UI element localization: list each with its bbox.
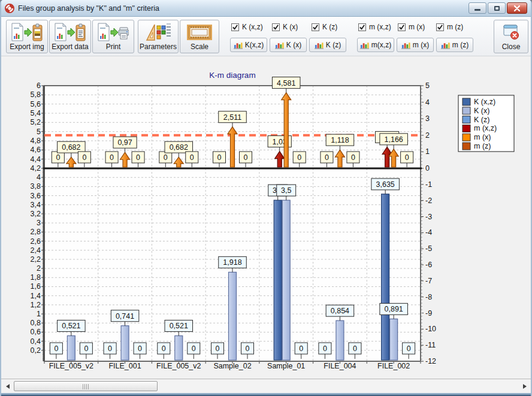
app-icon <box>5 4 14 13</box>
title-bar: Files group analysis by "K" and "m" crit… <box>1 0 531 17</box>
toolbar: Export img Export data <box>1 17 531 56</box>
checkbox-k-x[interactable]: K (x) <box>272 23 298 31</box>
svg-text:K (x,z): K (x,z) <box>474 98 495 106</box>
button-label: K (z) <box>326 41 341 49</box>
scroll-right-icon <box>523 384 527 389</box>
svg-text:0,521: 0,521 <box>170 322 188 330</box>
export-data-icon <box>55 22 86 43</box>
export-img-button[interactable]: Export img <box>6 20 48 53</box>
checkbox-label: m (x) <box>409 23 425 31</box>
svg-text:m (z): m (z) <box>474 142 491 150</box>
scroll-left-button[interactable] <box>2 381 13 391</box>
checkbox-label: m (z) <box>447 23 463 31</box>
svg-text:0: 0 <box>299 344 303 353</box>
export-data-button[interactable]: Export data <box>49 20 91 53</box>
scale-label: Scale <box>191 43 208 51</box>
button-m-z[interactable]: m (z) <box>436 38 473 52</box>
svg-text:0,741: 0,741 <box>116 312 134 321</box>
svg-text:0,2: 0,2 <box>31 346 41 355</box>
svg-text:-5: -5 <box>425 244 432 253</box>
maximize-button[interactable] <box>488 2 506 14</box>
svg-text:0,6: 0,6 <box>31 328 41 336</box>
svg-text:3,8: 3,8 <box>31 182 41 191</box>
close-window-button[interactable] <box>507 2 527 14</box>
horizontal-scrollbar[interactable] <box>1 379 531 393</box>
svg-text:3,2: 3,2 <box>31 210 41 218</box>
minimize-icon <box>474 9 480 11</box>
svg-text:1: 1 <box>37 310 41 318</box>
checkbox-m-z[interactable]: m (z) <box>436 23 463 31</box>
parameters-button[interactable]: Parameters <box>138 20 179 53</box>
svg-text:5,2: 5,2 <box>31 118 41 126</box>
checkbox-m-xz[interactable]: m (x,z) <box>358 23 391 31</box>
checkbox-m-x[interactable]: m (x) <box>398 23 425 31</box>
svg-text:0: 0 <box>323 344 327 353</box>
checkbox-k-z[interactable]: K (z) <box>312 23 337 31</box>
svg-text:1,4: 1,4 <box>31 292 41 300</box>
svg-text:-7: -7 <box>425 277 432 285</box>
svg-text:-1: -1 <box>425 180 432 189</box>
print-label: Print <box>106 43 121 51</box>
svg-text:-6: -6 <box>425 261 432 269</box>
svg-text:0,4: 0,4 <box>31 337 41 346</box>
svg-text:0,682: 0,682 <box>170 143 188 152</box>
svg-text:0: 0 <box>162 344 166 353</box>
button-label: K (x) <box>286 41 301 49</box>
checkbox-label: m (x,z) <box>369 23 391 31</box>
svg-text:0: 0 <box>353 344 357 353</box>
button-m-xz[interactable]: m(x,z) <box>357 38 394 52</box>
svg-text:2: 2 <box>37 264 41 273</box>
button-k-x[interactable]: K (x) <box>270 38 307 52</box>
mini-chart-icon <box>360 41 369 49</box>
chart-area: 65,85,65,45,254,84,64,44,243,83,63,43,23… <box>1 56 531 379</box>
svg-text:1,118: 1,118 <box>331 136 349 144</box>
checkbox-icon <box>272 23 280 31</box>
svg-text:0: 0 <box>325 153 329 162</box>
svg-text:3: 3 <box>37 219 41 227</box>
svg-text:2,6: 2,6 <box>31 237 41 246</box>
minimize-button[interactable] <box>468 2 486 14</box>
close-window-icon <box>501 22 521 43</box>
svg-text:0: 0 <box>246 344 250 353</box>
svg-text:0,682: 0,682 <box>62 143 80 152</box>
button-k-z[interactable]: K (z) <box>309 38 346 52</box>
svg-text:-3: -3 <box>425 213 432 221</box>
svg-text:0: 0 <box>56 153 60 162</box>
scrollbar-thumb[interactable] <box>14 381 158 391</box>
close-button[interactable]: Close <box>494 20 528 53</box>
scroll-right-button[interactable] <box>519 381 530 391</box>
svg-text:0,97: 0,97 <box>117 138 132 147</box>
svg-text:3: 3 <box>425 114 430 123</box>
svg-text:0: 0 <box>108 344 112 353</box>
export-img-icon <box>11 22 43 43</box>
app-window: Files group analysis by "K" and "m" crit… <box>0 0 532 396</box>
svg-text:4,4: 4,4 <box>31 155 41 164</box>
window-title: Files group analysis by "K" and "m" crit… <box>18 4 159 13</box>
export-img-label: Export img <box>10 43 44 51</box>
svg-text:0: 0 <box>351 153 355 162</box>
checkbox-icon <box>231 23 239 31</box>
svg-text:0: 0 <box>138 344 142 353</box>
print-button[interactable]: Print <box>92 20 134 53</box>
svg-text:0: 0 <box>84 344 88 353</box>
svg-text:m (x): m (x) <box>474 133 491 141</box>
button-m-x[interactable]: m (x) <box>397 38 434 52</box>
svg-text:4: 4 <box>425 98 430 107</box>
close-icon <box>514 5 520 11</box>
print-icon <box>98 22 129 43</box>
mini-chart-icon <box>275 41 284 49</box>
svg-text:K (z): K (z) <box>474 116 489 124</box>
checkbox-k-xz[interactable]: K (x,z) <box>231 23 263 31</box>
parameters-label: Parameters <box>140 43 177 51</box>
scroll-left-icon <box>6 384 10 389</box>
svg-text:-12: -12 <box>425 357 436 365</box>
button-label: m(x,z) <box>371 41 391 49</box>
mini-chart-icon <box>315 41 324 49</box>
button-k-xz[interactable]: K(x,z) <box>230 38 267 52</box>
scale-button[interactable]: Scale <box>180 20 219 53</box>
maximize-icon <box>494 6 500 11</box>
checkbox-label: K (x) <box>283 23 298 31</box>
svg-text:0,521: 0,521 <box>62 322 80 330</box>
thumb-grip <box>83 384 89 389</box>
svg-text:2: 2 <box>425 131 430 140</box>
